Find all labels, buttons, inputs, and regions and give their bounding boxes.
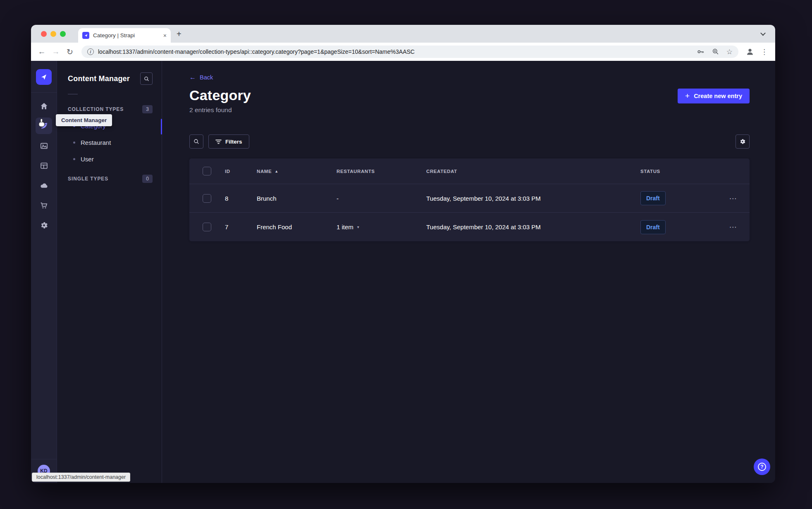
single-types-count-badge: 0: [142, 175, 153, 183]
filter-icon: [215, 139, 222, 144]
hand-cursor-icon: [37, 118, 46, 128]
table-row[interactable]: 8 Brunch - Tuesday, September 10, 2024 a…: [189, 184, 750, 213]
content-type-builder-icon: [40, 161, 48, 170]
nav-settings[interactable]: [36, 217, 52, 233]
tab-search-button[interactable]: [757, 28, 769, 40]
search-icon: [193, 138, 200, 145]
gear-icon: [739, 138, 746, 145]
row-checkbox-cell: [189, 223, 225, 231]
browser-window: Category | Strapi × + ← → ↻ i localhost:…: [31, 25, 775, 483]
back-link[interactable]: ← Back: [189, 74, 213, 81]
subnav-divider: [68, 94, 78, 94]
view-settings-button[interactable]: [736, 134, 750, 149]
cell-createdat: Tuesday, September 10, 2024 at 3:03 PM: [426, 223, 640, 230]
nav-content-type-builder[interactable]: [36, 157, 52, 174]
cell-createdat: Tuesday, September 10, 2024 at 3:03 PM: [426, 195, 640, 202]
strapi-logo[interactable]: [36, 69, 52, 85]
row-actions-menu[interactable]: ⋯: [717, 194, 750, 203]
filters-button[interactable]: Filters: [208, 134, 249, 149]
row-actions-menu[interactable]: ⋯: [717, 222, 750, 232]
plus-icon: +: [685, 92, 690, 100]
fullscreen-window-button[interactable]: [60, 31, 66, 37]
minimize-window-button[interactable]: [50, 31, 56, 37]
table-row[interactable]: 7 French Food 1 item ▾ Tuesday, Septembe…: [189, 213, 750, 241]
help-button[interactable]: ?: [754, 459, 770, 475]
url-text[interactable]: localhost:1337/admin/content-manager/col…: [98, 48, 415, 55]
cell-name: Brunch: [257, 195, 337, 202]
cloud-icon: [40, 181, 48, 190]
sidebar-item-user[interactable]: User: [68, 151, 153, 167]
site-info-icon[interactable]: i: [87, 48, 94, 55]
caret-down-icon: ▾: [357, 225, 359, 229]
main-content: ← Back Category 2 entries found + Create…: [162, 61, 775, 483]
create-new-entry-button[interactable]: + Create new entry: [678, 89, 750, 103]
nav-media-library[interactable]: [36, 137, 52, 154]
search-icon: [143, 76, 150, 82]
row-checkbox-cell: [189, 194, 225, 203]
bookmark-star-icon[interactable]: ☆: [726, 48, 733, 55]
url-bar[interactable]: i localhost:1337/admin/content-manager/c…: [81, 46, 738, 58]
forward-button[interactable]: →: [51, 47, 61, 56]
row-checkbox[interactable]: [203, 223, 211, 231]
header-restaurants[interactable]: RESTAURANTS: [337, 169, 426, 174]
close-window-button[interactable]: [41, 31, 47, 37]
cell-name: French Food: [257, 223, 337, 230]
nav-cloud[interactable]: [36, 177, 52, 194]
link-status-bar: localhost:1337/admin/content-manager: [32, 473, 130, 482]
subnav-search-button[interactable]: [140, 72, 153, 85]
tab-title: Category | Strapi: [93, 32, 160, 38]
nav-marketplace[interactable]: [36, 197, 52, 214]
single-types-label: SINGLE TYPES: [68, 176, 108, 182]
strapi-favicon: [82, 32, 89, 39]
table-search-button[interactable]: [189, 134, 203, 149]
back-label: Back: [200, 74, 213, 81]
cell-restaurants: -: [337, 195, 426, 202]
reload-button[interactable]: ↻: [65, 47, 75, 57]
single-types-header: SINGLE TYPES 0: [68, 175, 153, 183]
subnav-header: Content Manager: [68, 72, 153, 85]
question-mark-icon: ?: [758, 463, 766, 471]
bullet-icon: [73, 142, 75, 144]
settings-gear-icon: [40, 221, 48, 230]
rail-bottom-divider: [31, 459, 57, 459]
back-arrow-icon: ←: [189, 74, 196, 81]
media-library-icon: [40, 142, 48, 150]
collection-types-label: COLLECTION TYPES: [68, 106, 124, 112]
header-createdat[interactable]: CREATEDAT: [426, 169, 640, 174]
select-all-checkbox[interactable]: [203, 167, 211, 175]
page-title: Category: [189, 87, 251, 103]
profile-avatar-icon[interactable]: [745, 47, 755, 57]
browser-tab[interactable]: Category | Strapi ×: [78, 28, 171, 43]
subnav-title: Content Manager: [68, 74, 130, 83]
row-checkbox[interactable]: [203, 194, 211, 203]
marketplace-cart-icon: [40, 201, 48, 210]
rail-divider: [31, 92, 57, 93]
tab-close-icon[interactable]: ×: [163, 32, 167, 39]
browser-toolbar: ← → ↻ i localhost:1337/admin/content-man…: [31, 43, 775, 61]
header-checkbox-cell: [189, 167, 225, 175]
zoom-in-icon[interactable]: [712, 48, 720, 56]
table-header-row: ID NAME ▲ RESTAURANTS CREATEDAT STATUS: [189, 158, 750, 184]
header-id[interactable]: ID: [225, 169, 257, 174]
browser-menu-icon[interactable]: ⋮: [759, 48, 769, 56]
new-tab-button[interactable]: +: [177, 30, 182, 38]
nav-home[interactable]: [36, 98, 52, 114]
cell-id: 7: [225, 223, 257, 230]
header-name[interactable]: NAME ▲: [257, 169, 337, 174]
collection-types-count-badge: 3: [142, 105, 153, 113]
status-badge: Draft: [640, 220, 666, 234]
cell-restaurants[interactable]: 1 item ▾: [337, 223, 426, 230]
window-controls: [41, 31, 66, 37]
entries-table: ID NAME ▲ RESTAURANTS CREATEDAT STATUS 8: [189, 158, 750, 241]
list-controls: Filters: [189, 134, 750, 149]
browser-tab-strip: Category | Strapi × +: [31, 25, 775, 43]
back-button[interactable]: ←: [37, 47, 47, 56]
status-badge: Draft: [640, 191, 666, 205]
nav-tooltip: Content Manager: [56, 114, 112, 126]
desktop-background: { "colors": { "accent": "#4945ff", "link…: [0, 0, 812, 509]
sidebar-item-restaurant[interactable]: Restaurant: [68, 134, 153, 151]
bullet-icon: [73, 158, 75, 160]
header-status[interactable]: STATUS: [640, 169, 717, 174]
passwords-key-icon[interactable]: [697, 48, 705, 56]
chevron-down-icon: [760, 31, 766, 36]
